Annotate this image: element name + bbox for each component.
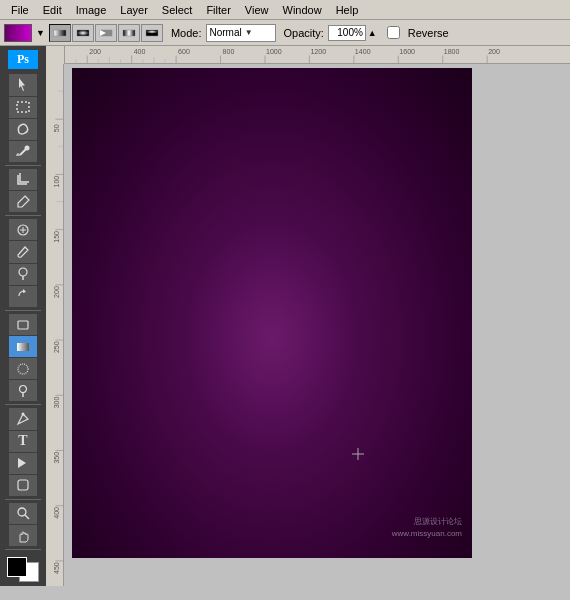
canvas-area: 200 400 600 800 1000 1200 1400 <box>46 46 570 586</box>
svg-text:450: 450 <box>53 562 60 574</box>
reverse-checkbox[interactable] <box>387 26 400 39</box>
svg-point-22 <box>20 385 27 392</box>
svg-text:1600: 1600 <box>399 49 415 56</box>
type-btn[interactable]: T <box>9 431 37 452</box>
ps-logo: Ps <box>8 50 38 69</box>
svg-text:1400: 1400 <box>355 49 371 56</box>
menu-layer[interactable]: Layer <box>113 3 155 17</box>
path-selection-btn[interactable] <box>9 453 37 474</box>
history-brush-btn[interactable] <box>9 286 37 307</box>
eraser-btn[interactable] <box>9 314 37 335</box>
color-swatches[interactable] <box>7 557 39 582</box>
gradient-btn[interactable] <box>9 336 37 357</box>
options-bar: ▼ Mode: Normal ▼ Opacity: ▲ Reverse <box>0 20 570 46</box>
svg-text:100: 100 <box>53 176 60 188</box>
watermark-site1: 思源设计论坛 <box>414 516 462 527</box>
svg-point-9 <box>25 145 30 150</box>
svg-rect-0 <box>54 30 66 36</box>
svg-text:200: 200 <box>53 286 60 298</box>
opacity-input[interactable] <box>328 25 366 41</box>
tool-separator-3 <box>5 310 41 311</box>
menu-bar: File Edit Image Layer Select Filter View… <box>0 0 570 20</box>
tool-separator-4 <box>5 404 41 405</box>
shape-reflected-btn[interactable] <box>118 24 140 42</box>
svg-rect-5 <box>146 30 158 36</box>
svg-rect-1 <box>77 30 89 36</box>
crop-tool-btn[interactable] <box>9 169 37 190</box>
canvas-row: 50 100 150 200 250 300 350 <box>46 64 570 586</box>
svg-line-12 <box>25 196 27 198</box>
svg-point-21 <box>18 364 28 374</box>
gradient-swatch[interactable] <box>4 24 32 42</box>
eyedropper-btn[interactable] <box>9 191 37 212</box>
menu-help[interactable]: Help <box>329 3 366 17</box>
watermark-site2: www.missyuan.com <box>392 529 462 538</box>
tool-separator-2 <box>5 215 41 216</box>
shape-linear-btn[interactable] <box>49 24 71 42</box>
tool-separator-5 <box>5 499 41 500</box>
svg-rect-7 <box>17 102 29 112</box>
svg-text:600: 600 <box>178 49 190 56</box>
shape-diamond-btn[interactable] <box>141 24 163 42</box>
ruler-row: 200 400 600 800 1000 1200 1400 <box>46 46 570 64</box>
menu-view[interactable]: View <box>238 3 276 17</box>
healing-brush-btn[interactable] <box>9 219 37 240</box>
move-tool-btn[interactable] <box>9 74 37 95</box>
svg-line-8 <box>20 149 26 155</box>
shape-btn[interactable] <box>9 475 37 496</box>
svg-rect-26 <box>18 480 28 490</box>
lasso-tool-btn[interactable] <box>9 119 37 140</box>
mode-label: Mode: <box>171 27 202 39</box>
svg-point-27 <box>18 508 26 516</box>
fg-color-swatch[interactable] <box>7 557 27 577</box>
svg-marker-6 <box>19 78 25 91</box>
tool-separator-1 <box>5 165 41 166</box>
cursor-crosshair <box>352 448 364 460</box>
svg-point-24 <box>22 412 25 415</box>
dodge-btn[interactable] <box>9 380 37 401</box>
menu-image[interactable]: Image <box>69 3 114 17</box>
svg-rect-18 <box>18 321 28 329</box>
vertical-ruler: 50 100 150 200 250 300 350 <box>46 64 64 586</box>
opacity-label: Opacity: <box>284 27 324 39</box>
toolbox: Ps <box>0 46 46 586</box>
shape-angle-btn[interactable] <box>95 24 117 42</box>
zoom-btn[interactable] <box>9 503 37 524</box>
main-area: Ps <box>0 46 570 586</box>
svg-rect-4 <box>123 30 135 36</box>
svg-text:200: 200 <box>89 49 101 56</box>
svg-text:250: 250 <box>53 341 60 353</box>
horizontal-ruler: 200 400 600 800 1000 1200 1400 <box>64 46 570 64</box>
document-canvas[interactable]: 思源设计论坛 www.missyuan.com <box>72 68 472 558</box>
tool-separator-6 <box>5 549 41 550</box>
svg-text:150: 150 <box>53 231 60 243</box>
svg-text:400: 400 <box>53 507 60 519</box>
opacity-stepper[interactable]: ▲ <box>368 28 377 38</box>
magic-wand-btn[interactable] <box>9 141 37 162</box>
svg-text:1200: 1200 <box>310 49 326 56</box>
menu-filter[interactable]: Filter <box>199 3 237 17</box>
clone-stamp-btn[interactable] <box>9 264 37 285</box>
svg-line-28 <box>25 515 29 519</box>
svg-text:50: 50 <box>53 124 60 132</box>
menu-edit[interactable]: Edit <box>36 3 69 17</box>
svg-text:350: 350 <box>53 452 60 464</box>
hand-btn[interactable] <box>9 525 37 546</box>
mode-arrow-icon: ▼ <box>245 28 253 37</box>
menu-window[interactable]: Window <box>276 3 329 17</box>
svg-text:1800: 1800 <box>444 49 460 56</box>
type-icon: T <box>18 433 27 449</box>
canvas-scroll[interactable]: 思源设计论坛 www.missyuan.com <box>64 64 570 586</box>
menu-select[interactable]: Select <box>155 3 200 17</box>
marquee-tool-btn[interactable] <box>9 97 37 118</box>
shape-type-group <box>49 24 163 42</box>
blur-btn[interactable] <box>9 358 37 379</box>
shape-radial-btn[interactable] <box>72 24 94 42</box>
blend-mode-dropdown[interactable]: Normal ▼ <box>206 24 276 42</box>
ruler-corner <box>46 46 64 64</box>
pen-btn[interactable] <box>9 408 37 429</box>
brush-btn[interactable] <box>9 241 37 262</box>
opacity-group: ▲ <box>328 25 377 41</box>
swatch-arrow[interactable]: ▼ <box>36 28 45 38</box>
menu-file[interactable]: File <box>4 3 36 17</box>
